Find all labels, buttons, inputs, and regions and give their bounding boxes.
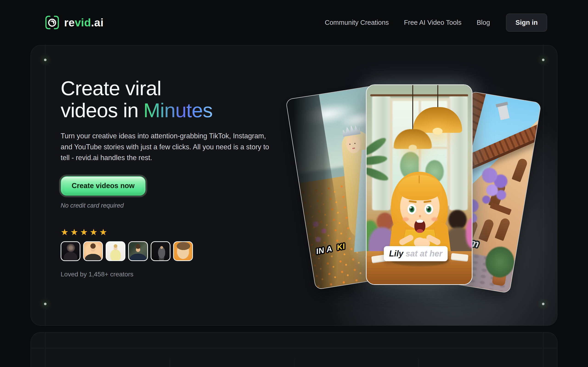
section2-column-divider-2 [294, 359, 294, 367]
section2-column-divider-1 [170, 359, 170, 367]
creator-avatar-2 [83, 241, 103, 261]
hero-description: Turn your creative ideas into attention-… [61, 131, 278, 163]
camera-eye-logo-icon [45, 15, 60, 30]
no-credit-card-note: No credit card required [61, 202, 288, 209]
section2-divider [31, 348, 557, 348]
top-navigation-bar: revid.ai Community Creations Free AI Vid… [0, 0, 588, 45]
create-videos-now-button[interactable]: Create videos now [61, 176, 146, 196]
section2-column-divider-3 [419, 359, 419, 367]
hero-title-highlight: Minutes [143, 99, 212, 122]
section2-left-guide-line [45, 332, 45, 367]
corner-dot-top-right [537, 54, 549, 66]
creator-avatars-row [61, 241, 288, 261]
video-card-lily[interactable]: Lily sat at her [366, 84, 473, 285]
hero-section: Create viral videos inMinutes Turn your … [31, 45, 557, 326]
girl-mouth [414, 219, 425, 233]
creator-avatar-6 [173, 241, 193, 261]
next-section-preview [31, 332, 557, 367]
main-nav: Community Creations Free AI Video Tools … [325, 19, 490, 26]
loved-by-creators-text: Loved by 1,458+ creators [61, 271, 288, 278]
creator-avatar-1 [61, 241, 80, 261]
nav-link-community-creations[interactable]: Community Creations [325, 19, 389, 26]
creator-avatar-4 [128, 241, 148, 261]
five-star-rating: ★★★★★ [61, 227, 288, 237]
hero-copy: Create viral videos inMinutes Turn your … [61, 77, 288, 278]
hero-title: Create viral videos inMinutes [61, 77, 288, 121]
corner-dot-bottom-left [39, 298, 51, 310]
creator-avatar-5 [151, 241, 170, 261]
corner-dot-top-left [39, 54, 51, 66]
subtitle-pill: Lily sat at her [384, 246, 448, 261]
left-guide-line [45, 45, 45, 325]
section2-right-guide-line [543, 332, 544, 367]
sign-in-button[interactable]: Sign in [506, 14, 547, 32]
creator-avatar-3 [106, 241, 125, 261]
revid-logo[interactable]: revid.ai [45, 15, 104, 30]
nav-link-free-ai-video-tools[interactable]: Free AI Video Tools [404, 19, 461, 26]
nav-link-blog[interactable]: Blog [477, 19, 490, 26]
logo-wordmark: revid.ai [64, 16, 104, 29]
